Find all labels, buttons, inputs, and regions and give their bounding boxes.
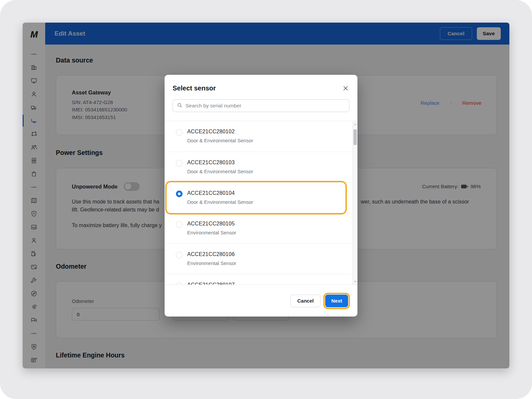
sensor-list: ACCE21CC280102 Door & Environmental Sens… (165, 121, 357, 285)
scrollbar[interactable] (352, 121, 357, 285)
radio-icon[interactable] (176, 129, 183, 136)
close-icon[interactable] (341, 84, 349, 92)
sensor-search-box (173, 99, 349, 112)
modal-title: Select sensor (173, 84, 216, 92)
radio-icon[interactable] (176, 221, 183, 228)
radio-icon[interactable] (176, 252, 183, 258)
search-icon (177, 102, 183, 109)
sensor-option[interactable]: ACCE21CC280105 Environmental Sensor (165, 213, 352, 243)
sensor-type: Door & Environmental Sensor (187, 199, 253, 205)
sensor-option[interactable]: ACCE21CC280104 Door & Environmental Sens… (165, 182, 352, 213)
sensor-serial: ACCE21CC280104 (187, 190, 253, 196)
radio-icon[interactable] (176, 191, 183, 197)
sensor-option[interactable]: ACCE21CC280107 (165, 274, 352, 285)
modal-footer: Cancel Next (165, 285, 357, 317)
scroll-down-icon[interactable] (353, 279, 357, 284)
scroll-up-icon[interactable] (353, 122, 357, 127)
scrollbar-thumb[interactable] (353, 129, 357, 145)
modal-cancel-button[interactable]: Cancel (290, 295, 321, 307)
sensor-option[interactable]: ACCE21CC280102 Door & Environmental Sens… (165, 121, 352, 152)
sensor-rows: ACCE21CC280102 Door & Environmental Sens… (165, 121, 352, 285)
radio-icon[interactable] (176, 160, 183, 167)
sensor-option[interactable]: ACCE21CC280106 Environmental Sensor (165, 243, 352, 274)
sensor-type: Door & Environmental Sensor (187, 138, 253, 143)
screenshot-stage: M Edit Asset Cancel Save Data source Ass… (0, 0, 532, 399)
search-input[interactable] (186, 103, 345, 109)
radio-icon[interactable] (176, 282, 183, 285)
sensor-serial: ACCE21CC280102 (187, 129, 253, 135)
sensor-type: Environmental Sensor (187, 230, 236, 235)
app-window: M Edit Asset Cancel Save Data source Ass… (23, 23, 509, 368)
sensor-serial: ACCE21CC280107 (187, 282, 235, 285)
sensor-serial: ACCE21CC280103 (187, 160, 253, 166)
sensor-option[interactable]: ACCE21CC280103 Door & Environmental Sens… (165, 152, 352, 182)
sensor-serial: ACCE21CC280106 (187, 251, 236, 257)
sensor-type: Door & Environmental Sensor (187, 169, 253, 174)
modal-next-button[interactable]: Next (325, 295, 348, 307)
select-sensor-modal: Select sensor ACCE21CC280102 Door & Envi… (165, 75, 357, 317)
sensor-type: Environmental Sensor (187, 260, 236, 266)
sensor-serial: ACCE21CC280105 (187, 221, 236, 227)
